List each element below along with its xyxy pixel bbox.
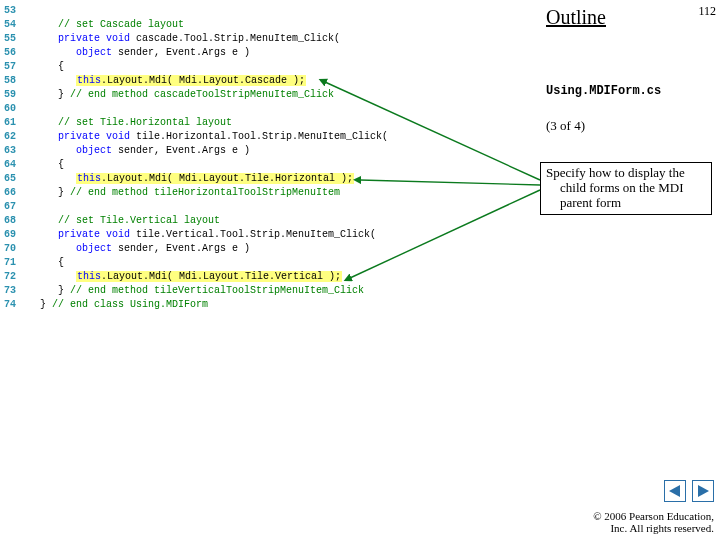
callout-text: child forms on the MDI: [560, 181, 706, 196]
code-line: 55 private void cascade.Tool.Strip.MenuI…: [0, 32, 540, 46]
line-number: 60: [0, 102, 22, 116]
code-line: 63 object sender, Event.Args e ): [0, 144, 540, 158]
line-number: 65: [0, 172, 22, 186]
line-number: 69: [0, 228, 22, 242]
line-number: 73: [0, 284, 22, 298]
line-number: 61: [0, 116, 22, 130]
line-number: 70: [0, 242, 22, 256]
code-line: 61 // set Tile.Horizontal layout: [0, 116, 540, 130]
line-number: 63: [0, 144, 22, 158]
svg-marker-4: [669, 485, 680, 497]
outline-pager: (3 of 4): [546, 118, 716, 134]
line-number: 53: [0, 4, 22, 18]
code-line: 57 {: [0, 60, 540, 74]
footer-line: © 2006 Pearson Education,: [593, 510, 714, 522]
code-line: 58 this.Layout.Mdi( Mdi.Layout.Cascade )…: [0, 74, 540, 88]
code-line: 65 this.Layout.Mdi( Mdi.Layout.Tile.Hori…: [0, 172, 540, 186]
code-line: 70 object sender, Event.Args e ): [0, 242, 540, 256]
line-number: 56: [0, 46, 22, 60]
code-line: 71 {: [0, 256, 540, 270]
callout-box: Specify how to display the child forms o…: [540, 162, 712, 215]
code-line: 62 private void tile.Horizontal.Tool.Str…: [0, 130, 540, 144]
code-line: 73 } // end method tileVerticalToolStrip…: [0, 284, 540, 298]
copyright-footer: © 2006 Pearson Education, Inc. All right…: [593, 510, 714, 534]
code-line: 66 } // end method tileHorizontalToolStr…: [0, 186, 540, 200]
line-number: 64: [0, 158, 22, 172]
code-line: 69 private void tile.Vertical.Tool.Strip…: [0, 228, 540, 242]
line-number: 62: [0, 130, 22, 144]
triangle-left-icon: [665, 481, 685, 501]
code-line: 60: [0, 102, 540, 116]
line-number: 68: [0, 214, 22, 228]
line-number: 55: [0, 32, 22, 46]
footer-line: Inc. All rights reserved.: [593, 522, 714, 534]
code-line: 67: [0, 200, 540, 214]
line-number: 71: [0, 256, 22, 270]
code-line: 56 object sender, Event.Args e ): [0, 46, 540, 60]
code-line: 68 // set Tile.Vertical layout: [0, 214, 540, 228]
line-number: 59: [0, 88, 22, 102]
next-button[interactable]: [692, 480, 714, 502]
outline-filename: Using.MDIForm.cs: [546, 84, 716, 98]
code-line: 72 this.Layout.Mdi( Mdi.Layout.Tile.Vert…: [0, 270, 540, 284]
svg-marker-5: [698, 485, 709, 497]
line-number: 57: [0, 60, 22, 74]
code-line: 54 // set Cascade layout: [0, 18, 540, 32]
callout-text: Specify how to display the: [546, 165, 685, 180]
nav-buttons: [662, 480, 714, 506]
line-number: 58: [0, 74, 22, 88]
line-number: 66: [0, 186, 22, 200]
code-line: 53: [0, 4, 540, 18]
line-number: 67: [0, 200, 22, 214]
line-number: 72: [0, 270, 22, 284]
line-number: 74: [0, 298, 22, 312]
outline-title: Outline: [546, 6, 716, 29]
code-line: 74 } // end class Using.MDIForm: [0, 298, 540, 312]
prev-button[interactable]: [664, 480, 686, 502]
code-listing: 53 54 // set Cascade layout 55 private v…: [0, 4, 540, 312]
callout-text: parent form: [560, 196, 706, 211]
triangle-right-icon: [693, 481, 713, 501]
outline-panel: Outline Using.MDIForm.cs (3 of 4): [540, 0, 720, 134]
code-line: 64 {: [0, 158, 540, 172]
line-number: 54: [0, 18, 22, 32]
code-line: 59 } // end method cascadeToolStripMenuI…: [0, 88, 540, 102]
